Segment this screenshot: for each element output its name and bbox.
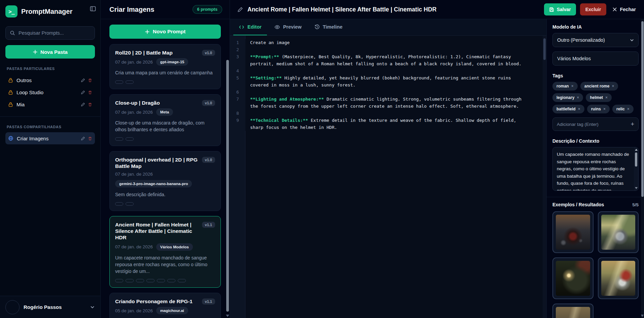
description-label: Descrição / Contexto bbox=[552, 138, 639, 144]
description-box: Um capacete romano manchado de sangue re… bbox=[552, 147, 639, 191]
prompt-card-description: Cria uma mapa para um cenário de campanh… bbox=[115, 69, 215, 76]
delete-folder-icon[interactable] bbox=[88, 78, 92, 82]
prompt-card-description: Sem descrição definida. bbox=[115, 191, 215, 198]
prompt-card[interactable]: Criando Personagem de RPG-1 v1.1 05 de j… bbox=[109, 293, 221, 318]
example-thumbnail[interactable] bbox=[552, 304, 594, 318]
remove-tag-icon[interactable]: × bbox=[577, 95, 579, 100]
prompt-list-scrollbar[interactable] bbox=[226, 20, 229, 318]
description-textarea[interactable]: Um capacete romano manchado de sangue re… bbox=[553, 147, 634, 190]
delete-folder-icon[interactable] bbox=[88, 90, 92, 95]
search-input[interactable] bbox=[19, 30, 91, 36]
details-scrollbar[interactable] bbox=[641, 19, 644, 318]
code-line: 5 **Setting:** Highly detailed, yet heav… bbox=[230, 74, 546, 89]
remove-tag-icon[interactable]: × bbox=[571, 84, 574, 89]
model-select[interactable]: Outro (Personalizado) bbox=[552, 33, 639, 47]
tag-chip[interactable]: relic × bbox=[612, 105, 634, 113]
edit-title-icon[interactable] bbox=[237, 7, 243, 12]
code-line: 7 **Lighting and Atmosphere:** Dramatic … bbox=[230, 96, 546, 110]
code-line: 6 bbox=[230, 89, 546, 96]
user-menu[interactable]: Rogério Passos bbox=[0, 296, 100, 318]
page-title: Ancient Rome | Fallen Helmet | Silence A… bbox=[247, 6, 437, 13]
tag-chip[interactable]: roman × bbox=[552, 82, 578, 91]
remove-tag-icon[interactable]: × bbox=[578, 107, 580, 111]
sidebar-folder-item[interactable]: Mia bbox=[5, 98, 95, 110]
prompt-card[interactable]: Ancient Rome | Fallen Helmet | Silence A… bbox=[109, 216, 221, 288]
tag-chip[interactable]: helmet × bbox=[586, 93, 612, 102]
tag-chip[interactable]: legionary × bbox=[552, 93, 583, 102]
remove-tag-icon[interactable]: × bbox=[603, 107, 606, 111]
tag-chip bbox=[126, 202, 134, 206]
line-number: 7 bbox=[230, 96, 245, 110]
line-number: 2 bbox=[230, 46, 245, 53]
edit-folder-icon[interactable] bbox=[81, 136, 85, 141]
examples-label: Exemplos / Resultados bbox=[552, 202, 604, 207]
model-badge: magichour.ai bbox=[156, 307, 188, 314]
example-image bbox=[556, 261, 590, 296]
tab-preview[interactable]: Preview bbox=[269, 19, 307, 35]
tag-chip[interactable]: ancient rome × bbox=[580, 82, 618, 91]
prompt-card-tags bbox=[115, 137, 215, 141]
tags-label: Tags bbox=[552, 73, 639, 78]
tag-chip bbox=[178, 279, 186, 282]
delete-button[interactable]: Excluir bbox=[580, 3, 607, 15]
new-folder-button[interactable]: Nova Pasta bbox=[5, 45, 95, 59]
details-panel: Modelo de IA Outro (Personalizado) Tags … bbox=[546, 19, 644, 318]
close-button[interactable]: Fechar bbox=[610, 7, 638, 12]
description-scrollbar[interactable] bbox=[634, 147, 638, 190]
edit-folder-icon[interactable] bbox=[81, 78, 85, 82]
code-line: 8 bbox=[230, 110, 546, 117]
line-number: 4 bbox=[230, 67, 245, 74]
lock-icon bbox=[8, 102, 13, 107]
save-button[interactable]: Salvar bbox=[544, 3, 576, 15]
example-thumbnail[interactable] bbox=[598, 211, 639, 253]
add-tag-plus-icon[interactable]: + bbox=[631, 121, 634, 127]
version-badge: v1.1 bbox=[202, 222, 215, 228]
code-text: (Masterpiece, Best Quality, 8k, Hyperrea… bbox=[250, 54, 521, 66]
prompt-card-date: 05 de jan. de 2026 bbox=[115, 308, 153, 313]
collapse-sidebar-icon[interactable] bbox=[90, 5, 96, 12]
add-tag-input[interactable] bbox=[557, 122, 631, 127]
search-box[interactable] bbox=[5, 26, 95, 40]
app-header: >_ PromptManager bbox=[5, 5, 95, 17]
tag-chip bbox=[157, 279, 165, 282]
example-thumbnail[interactable] bbox=[598, 257, 639, 299]
private-folders-list: Outros Loop Studio bbox=[5, 74, 95, 110]
sidebar-folder-item[interactable]: Outros bbox=[5, 74, 95, 86]
search-icon bbox=[10, 30, 15, 36]
example-thumbnail[interactable] bbox=[552, 257, 594, 299]
tag-chip bbox=[115, 202, 123, 206]
avatar bbox=[5, 300, 20, 314]
remove-tag-icon[interactable]: × bbox=[605, 95, 608, 100]
sidebar-folder-item-shared[interactable]: Criar Imagens bbox=[5, 132, 95, 144]
prompt-card-title: Criando Personagem de RPG-1 bbox=[115, 298, 193, 305]
tag-chip[interactable]: battlefield × bbox=[552, 105, 584, 113]
history-icon bbox=[314, 24, 320, 30]
code-lines: 1 Create an image 2 3 **Prompt:** (Maste… bbox=[230, 39, 546, 131]
app-logo-icon: >_ bbox=[5, 5, 18, 17]
remove-tag-icon[interactable]: × bbox=[612, 84, 614, 89]
code-token: **Technical Details:** bbox=[250, 118, 308, 123]
line-number: 1 bbox=[230, 39, 245, 46]
edit-folder-icon[interactable] bbox=[81, 90, 85, 95]
remove-tag-icon[interactable]: × bbox=[627, 107, 630, 111]
tag-chip bbox=[136, 279, 144, 282]
code-editor[interactable]: 1 Create an image 2 3 **Prompt:** (Maste… bbox=[230, 36, 546, 318]
tag-chip[interactable]: ruins × bbox=[587, 105, 610, 113]
prompt-card[interactable]: Roll20 | 2D | Battle Map v1.0 07 de jan.… bbox=[109, 44, 221, 89]
tab-timeline[interactable]: Timeline bbox=[309, 19, 348, 35]
new-prompt-button[interactable]: Novo Prompt bbox=[109, 25, 221, 39]
prompt-card[interactable]: Close-up | Dragão v1.0 07 de jan. de 202… bbox=[109, 94, 221, 146]
example-image bbox=[556, 307, 590, 318]
tab-editor[interactable]: Editor bbox=[233, 19, 267, 35]
delete-folder-icon[interactable] bbox=[88, 136, 92, 141]
edit-folder-icon[interactable] bbox=[81, 102, 85, 107]
tag-chips: roman × ancient rome × legionary × helme… bbox=[552, 82, 639, 113]
prompt-card[interactable]: Orthogonal | overhead | 2D | RPG Battle … bbox=[109, 151, 221, 211]
example-thumbnail[interactable] bbox=[552, 211, 594, 253]
model-badge: Vários Modelos bbox=[156, 243, 193, 251]
custom-model-input[interactable] bbox=[557, 56, 634, 61]
prompt-card-tags bbox=[115, 80, 215, 84]
delete-folder-icon[interactable] bbox=[88, 102, 92, 107]
sidebar-folder-item[interactable]: Loop Studio bbox=[5, 86, 95, 98]
prompt-card-title: Ancient Rome | Fallen Helmet | Silence A… bbox=[115, 221, 199, 241]
